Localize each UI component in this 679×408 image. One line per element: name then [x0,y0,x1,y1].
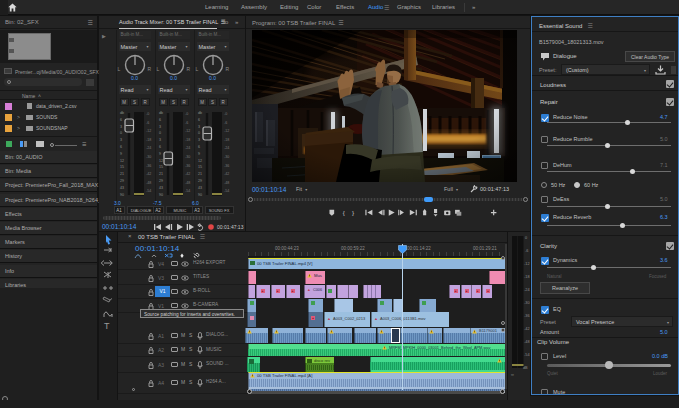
svg-text:{: { [343,209,345,216]
svg-text:9: 9 [120,152,122,156]
svg-text:-18: -18 [524,275,530,279]
svg-text:dB: dB [523,366,528,370]
svg-text:-54: -54 [185,189,190,193]
svg-text:-12: -12 [524,262,530,266]
svg-text:9: 9 [198,152,200,156]
svg-text:-12: -12 [224,129,229,133]
svg-text:6: 6 [159,118,161,122]
svg-text:-48: -48 [146,181,151,185]
svg-text:43: 43 [159,186,163,190]
svg-text:db: db [120,111,124,115]
svg-text:6: 6 [120,145,122,149]
svg-text:∞: ∞ [511,372,514,377]
svg-text:6: 6 [159,145,161,149]
svg-text:0: 0 [198,131,200,135]
svg-text:43: 43 [198,186,202,190]
svg-text:29: 29 [120,179,124,183]
svg-text:-0: -0 [146,112,149,116]
svg-text:15: 15 [120,165,124,169]
svg-text:-24: -24 [524,288,530,292]
svg-text:0: 0 [525,236,527,240]
svg-text:-36: -36 [224,164,229,168]
svg-text:-6: -6 [146,121,149,125]
svg-text:-0: -0 [185,112,188,116]
svg-text:-48: -48 [524,340,530,344]
svg-text:db: db [159,111,163,115]
svg-text:-6: -6 [185,121,188,125]
svg-text:-18: -18 [146,138,151,142]
svg-text:-30: -30 [185,155,190,159]
svg-text:0: 0 [159,131,161,135]
svg-text:3: 3 [198,138,200,142]
svg-text:9: 9 [159,152,161,156]
svg-text:-42: -42 [146,172,151,176]
svg-text:12: 12 [159,159,163,163]
svg-text:29: 29 [159,179,163,183]
svg-text:90: 90 [120,193,124,197]
svg-text:-6: -6 [525,249,528,253]
svg-text:-30: -30 [524,301,530,305]
svg-text:-0: -0 [224,112,227,116]
svg-text:-48: -48 [224,181,229,185]
svg-text:-12: -12 [185,129,190,133]
svg-text:-42: -42 [185,172,190,176]
svg-text:-42: -42 [224,172,229,176]
svg-text:-54: -54 [146,189,151,193]
svg-text:db: db [198,111,202,115]
svg-text:15: 15 [198,165,202,169]
svg-text:3: 3 [120,138,122,142]
svg-text:21: 21 [198,172,202,176]
svg-text:12: 12 [198,159,202,163]
svg-text:-54: -54 [224,189,229,193]
svg-text:T: T [104,321,110,331]
svg-text:}: } [352,209,354,216]
svg-text:6: 6 [120,118,122,122]
svg-text:-18: -18 [185,138,190,142]
svg-text:12: 12 [120,159,124,163]
svg-text:-6: -6 [224,121,227,125]
svg-text:-42: -42 [524,327,530,331]
svg-text:3: 3 [120,125,122,129]
svg-text:3: 3 [159,138,161,142]
svg-text:-36: -36 [185,164,190,168]
svg-text:-36: -36 [524,314,530,318]
svg-text:21: 21 [120,172,124,176]
svg-text:-24: -24 [146,146,151,150]
svg-text:3: 3 [198,125,200,129]
svg-text:-12: -12 [146,129,151,133]
svg-text:-54: -54 [524,353,530,357]
svg-text:21: 21 [159,172,163,176]
svg-text:-48: -48 [185,181,190,185]
svg-text:90: 90 [198,193,202,197]
svg-text:0: 0 [120,131,122,135]
svg-text:-30: -30 [146,155,151,159]
svg-text:-18: -18 [224,138,229,142]
svg-text:-24: -24 [224,146,229,150]
svg-text:6: 6 [198,145,200,149]
svg-text:29: 29 [198,179,202,183]
svg-text:-30: -30 [224,155,229,159]
svg-text:90: 90 [159,193,163,197]
svg-text:6: 6 [198,118,200,122]
svg-text:3: 3 [159,125,161,129]
svg-text:-36: -36 [146,164,151,168]
svg-text:15: 15 [159,165,163,169]
svg-text:43: 43 [120,186,124,190]
svg-text:-24: -24 [185,146,190,150]
